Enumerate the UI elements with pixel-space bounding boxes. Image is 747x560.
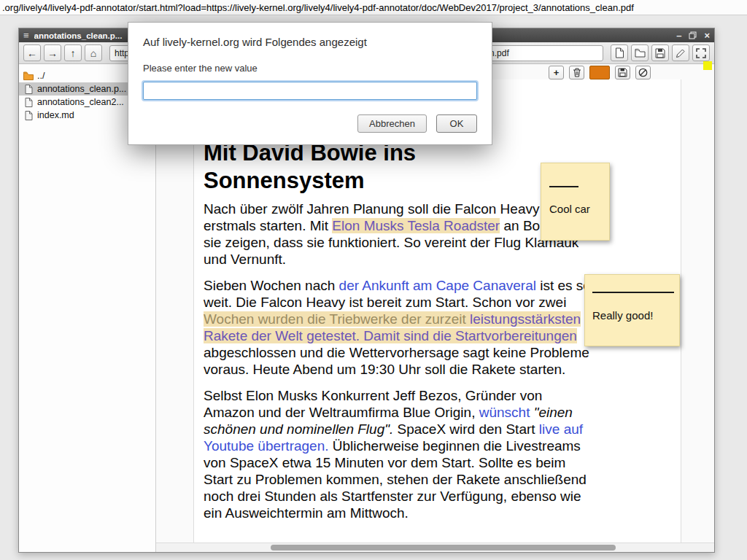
article: Mit David Bowie ins Sonnensystem Nach üb… [194, 79, 594, 521]
file-item-label: ../ [37, 71, 44, 81]
fullscreen-button[interactable] [692, 44, 710, 61]
text-segment: Wochen wurden die Triebwerke der zurzeit [204, 311, 470, 327]
scrollbar-thumb[interactable] [271, 545, 616, 551]
article-title: Mit David Bowie ins Sonnensystem [204, 139, 594, 195]
article-paragraph: Sieben Wochen nach der Ankunft am Cape C… [204, 277, 594, 378]
dialog-value-input[interactable] [143, 82, 477, 100]
text-segment: Damit sind die Startvorbereitungen [363, 328, 577, 343]
browser-url-bar[interactable]: .org/lively4/lively4-pdf-annotator/start… [0, 0, 747, 15]
save-button[interactable] [651, 44, 669, 61]
file-item-label: index.md [37, 110, 74, 120]
home-button[interactable]: ⌂ [85, 44, 102, 61]
annotation-line [592, 292, 674, 293]
annotation-toolbar: + [549, 66, 651, 79]
dialog-ok-button[interactable]: OK [436, 114, 477, 133]
color-swatch-button[interactable] [589, 66, 610, 79]
article-paragraph: Nach über zwölf Jahren Planung soll die … [204, 201, 594, 268]
text-link[interactable]: der Ankunft am Cape Canaveral [339, 278, 536, 293]
window-menu-icon[interactable]: ≡ [23, 30, 29, 41]
file-item-label: annotations_clean2... [37, 97, 124, 107]
sticky-note-text: Cool car [549, 203, 609, 215]
article-title-line2: Sonnensystem [204, 167, 594, 195]
browser-url-text: .org/lively4/lively4-pdf-annotator/start… [2, 2, 634, 13]
sticky-note[interactable]: Really good! [584, 274, 680, 346]
sticky-note[interactable]: Cool car [541, 163, 610, 241]
cancel-annotations-button[interactable] [635, 66, 651, 79]
annotation-line [549, 186, 578, 187]
article-paragraph: Selbst Elon Musks Konkurrent Jeff Bezos,… [204, 387, 594, 521]
yellow-marker [703, 61, 712, 70]
forward-button[interactable]: → [44, 44, 61, 61]
new-file-button[interactable] [611, 44, 628, 61]
minimize-button[interactable]: – [676, 31, 681, 41]
sticky-note-text: Really good! [592, 309, 679, 322]
text-segment: abgeschlossen und die Wettervorhersage s… [204, 345, 589, 377]
add-annotation-button[interactable]: + [549, 66, 564, 79]
open-folder-button[interactable] [631, 44, 649, 61]
maximize-button[interactable] [689, 31, 697, 39]
text-segment: Elon Musks Tesla Roadster [332, 218, 500, 233]
file-icon [23, 111, 34, 120]
desktop: .org/lively4/lively4-pdf-annotator/start… [0, 0, 747, 560]
dialog-cancel-button[interactable]: Abbrechen [357, 114, 427, 133]
text-link[interactable]: wünscht [479, 405, 530, 420]
up-button[interactable]: ↑ [64, 44, 82, 61]
prompt-dialog: Auf lively-kernel.org wird Folgendes ang… [128, 22, 492, 145]
folder-icon [23, 71, 34, 80]
dialog-message: Please enter the new value [143, 63, 477, 74]
delete-annotation-button[interactable] [569, 66, 584, 79]
text-segment: Sieben Wochen nach [204, 278, 339, 293]
save-annotations-button[interactable] [615, 66, 630, 79]
text-segment: SpaceX wird den Start [393, 421, 539, 437]
close-button[interactable]: × [704, 31, 710, 41]
file-icon [23, 98, 34, 107]
back-button[interactable]: ← [23, 44, 41, 61]
horizontal-scrollbar[interactable] [156, 542, 714, 552]
edit-button[interactable] [672, 44, 689, 61]
dialog-title: Auf lively-kernel.org wird Folgendes ang… [143, 36, 477, 48]
file-item-label: annotations_clean.p... [37, 84, 126, 94]
file-icon [23, 85, 34, 94]
